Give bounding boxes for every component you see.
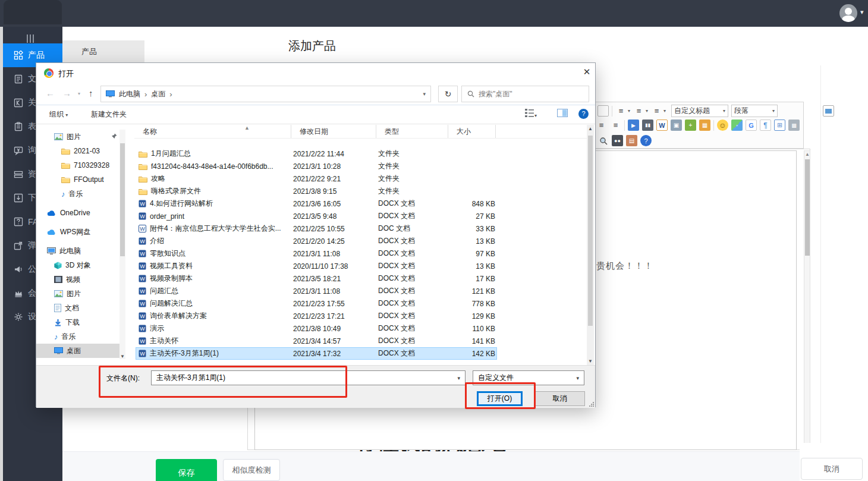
- file-row[interactable]: W问题汇总2021/3/1 11:08DOCX 文档121 KB: [136, 285, 497, 297]
- editor-scrollbar[interactable]: ▲: [804, 150, 810, 450]
- filename-dropdown-caret-icon[interactable]: ▾: [457, 375, 460, 381]
- tree-item-音乐[interactable]: ♪音乐: [36, 329, 125, 344]
- recent-locations-caret-icon[interactable]: ▾: [78, 91, 80, 96]
- column-type[interactable]: 类型: [376, 125, 448, 138]
- word-import-icon[interactable]: W: [656, 120, 668, 131]
- file-row[interactable]: Worder_print2021/3/5 9:48DOCX 文档27 KB: [136, 210, 497, 222]
- file-row[interactable]: 1月问题汇总2021/2/22 11:44文件夹: [136, 147, 497, 160]
- scrollbar-thumb[interactable]: [588, 136, 593, 326]
- file-row[interactable]: W演示2021/3/8 10:49DOCX 文档110 KB: [136, 322, 497, 335]
- video-icon[interactable]: ▶: [628, 120, 639, 131]
- scroll-up-icon[interactable]: ▲: [588, 126, 593, 131]
- image-add-icon[interactable]: +: [685, 120, 696, 131]
- file-row[interactable]: W视频工具资料2020/11/10 17:38DOCX 文档13 KB: [136, 260, 497, 272]
- column-name[interactable]: 名称▲: [134, 125, 291, 138]
- tree-item-下载[interactable]: 下载: [36, 315, 125, 329]
- tree-item-此电脑[interactable]: 此电脑: [36, 244, 125, 258]
- scroll-down-icon[interactable]: ▼: [588, 359, 593, 364]
- organize-menu[interactable]: 组织 ▾: [49, 109, 68, 120]
- gmap-icon[interactable]: G: [746, 120, 757, 131]
- tree-item-音乐[interactable]: ♪音乐: [36, 187, 125, 201]
- file-row[interactable]: W问题解决汇总2021/2/23 17:55DOCX 文档778 KB: [136, 297, 497, 310]
- film-icon[interactable]: ▮▮: [642, 120, 653, 131]
- avatar-dropdown-caret-icon[interactable]: ▾: [860, 8, 864, 16]
- find-icon[interactable]: ●●: [612, 135, 623, 146]
- file-row[interactable]: 攻略2021/2/22 9:21文件夹: [136, 172, 497, 185]
- file-row[interactable]: W视频录制脚本2021/3/5 18:21DOCX 文档17 KB: [136, 272, 497, 285]
- file-row[interactable]: W零散知识点2021/3/1 11:08DOCX 文档97 KB: [136, 247, 497, 260]
- file-row[interactable]: W主动关怀2021/3/4 14:57DOCX 文档141 KB: [136, 335, 497, 347]
- attachment-icon[interactable]: ▣: [671, 120, 682, 131]
- refresh-icon[interactable]: ↻: [438, 86, 458, 102]
- image-icon[interactable]: ▦: [699, 120, 710, 131]
- cancel-button[interactable]: 取消: [801, 458, 863, 480]
- tree-item-图片[interactable]: 图片: [36, 287, 125, 301]
- breadcrumb-this-pc[interactable]: 此电脑: [119, 89, 140, 99]
- line-height-icon[interactable]: ≡: [651, 105, 662, 117]
- tree-item-3D 对象[interactable]: 3D 对象: [36, 258, 125, 272]
- zoom-search-icon[interactable]: [597, 135, 609, 146]
- breadcrumb-desktop[interactable]: 桌面: [151, 89, 165, 99]
- paste-icon[interactable]: ▤: [626, 135, 637, 146]
- close-icon[interactable]: ✕: [580, 67, 594, 80]
- tree-item-OneDrive[interactable]: OneDrive: [36, 206, 125, 220]
- similarity-check-button[interactable]: 相似度检测: [223, 459, 280, 481]
- tree-scrollbar[interactable]: ▼: [119, 130, 125, 359]
- collapse-menu-icon[interactable]: [27, 34, 34, 43]
- file-row[interactable]: W介绍2021/2/20 14:25DOCX 文档13 KB: [136, 235, 497, 247]
- user-avatar-icon[interactable]: [839, 4, 857, 22]
- tree-item-710329328[interactable]: 710329328: [36, 158, 125, 172]
- help-icon[interactable]: ?: [640, 135, 652, 146]
- file-row[interactable]: 嗨格式录屏文件2021/3/8 9:15文件夹: [136, 185, 497, 197]
- preview-pane-icon[interactable]: [557, 109, 568, 119]
- forward-icon[interactable]: →: [62, 88, 71, 98]
- save-button[interactable]: 保存: [156, 459, 217, 481]
- tree-item-2021-03[interactable]: 2021-03: [36, 144, 125, 158]
- paragraph-spacing-top-icon[interactable]: ≡: [615, 105, 627, 117]
- resize-grip[interactable]: [589, 402, 594, 407]
- new-folder-button[interactable]: 新建文件夹: [91, 109, 127, 120]
- dialog-title-bar[interactable]: 打开 ✕: [36, 63, 595, 83]
- list-scrollbar[interactable]: ▲▼: [587, 125, 594, 365]
- scroll-up-icon[interactable]: ▲: [805, 152, 810, 157]
- paragraph-spacing-bottom-icon[interactable]: ≡: [633, 105, 644, 117]
- indent-icon[interactable]: ≡: [596, 120, 607, 131]
- back-icon[interactable]: ←: [46, 88, 55, 98]
- scroll-down-icon[interactable]: ▼: [120, 354, 125, 359]
- tab-products[interactable]: 产品: [62, 40, 144, 62]
- help-icon[interactable]: ?: [578, 109, 589, 119]
- filename-input[interactable]: 主动关怀-3月第1周(1) ▾: [151, 370, 466, 385]
- emoji-icon[interactable]: ☺: [717, 120, 728, 131]
- table-icon[interactable]: ⊞: [774, 120, 785, 131]
- tree-item-视频[interactable]: 视频: [36, 272, 125, 287]
- search-box[interactable]: 搜索"桌面": [461, 86, 589, 102]
- address-dropdown-caret-icon[interactable]: ▾: [423, 91, 426, 97]
- outdent-icon[interactable]: ≡: [610, 120, 621, 131]
- tree-item-图片[interactable]: 图片: [36, 130, 125, 144]
- paragraph-select[interactable]: 段落▾: [731, 105, 778, 117]
- column-size[interactable]: 大小: [448, 125, 496, 138]
- column-date[interactable]: 修改日期: [291, 125, 376, 138]
- dialog-cancel-button[interactable]: 取消: [534, 391, 585, 406]
- map-icon[interactable]: ◦: [731, 120, 743, 131]
- file-row[interactable]: f431204c-8443-48e4-a14e-00f6b6db...2021/…: [136, 160, 497, 172]
- tree-item-桌面[interactable]: 桌面: [36, 344, 125, 358]
- up-icon[interactable]: ↑: [89, 88, 93, 98]
- browser-tab[interactable]: [4, 0, 62, 24]
- file-row[interactable]: W主动关怀-3月第1周(1)2021/3/4 17:32DOCX 文档142 K…: [136, 347, 497, 360]
- scrollbar-thumb[interactable]: [805, 159, 810, 256]
- filetype-select[interactable]: 自定义文件 ▾: [473, 370, 584, 385]
- new-page-icon[interactable]: [597, 105, 609, 117]
- scrollbar-thumb[interactable]: [120, 143, 125, 256]
- file-row[interactable]: W询价表单解决方案2021/2/23 17:21DOCX 文档129 KB: [136, 310, 497, 322]
- breadcrumb[interactable]: 此电脑› 桌面› ▾: [100, 86, 431, 102]
- heading-select[interactable]: 自定义标题▾: [671, 105, 728, 117]
- tree-item-文档[interactable]: 文档: [36, 301, 125, 315]
- pagebreak-icon[interactable]: ¶: [760, 120, 771, 131]
- open-button[interactable]: 打开(O): [477, 391, 523, 406]
- view-mode-icon[interactable]: ▾: [525, 109, 537, 119]
- remote-image-icon[interactable]: ▩: [788, 120, 800, 131]
- tree-item-WPS网盘[interactable]: WPS网盘: [36, 225, 125, 239]
- file-row[interactable]: W4.如何进行网站解析2021/3/6 16:05DOCX 文档848 KB: [136, 197, 497, 210]
- file-row[interactable]: W附件4：南京信息工程大学大学生社会实...2021/2/25 10:55DOC…: [136, 222, 497, 235]
